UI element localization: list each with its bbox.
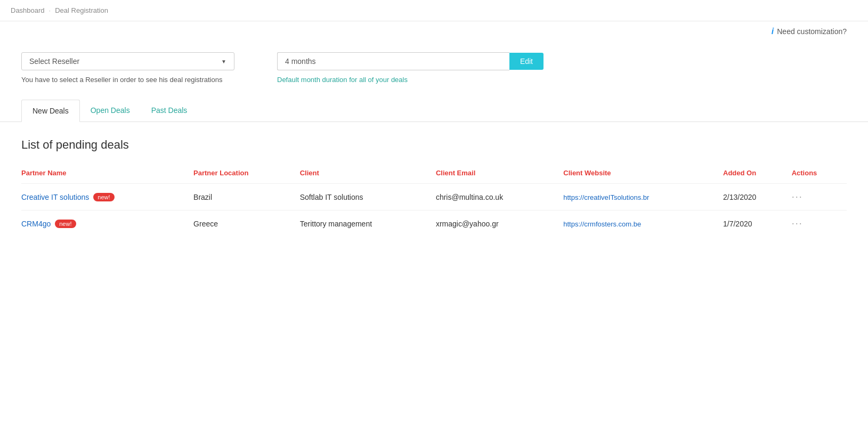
dropdown-arrow-icon: ▼	[221, 59, 226, 64]
col-client-email: Client Email	[436, 165, 563, 184]
col-client-website: Client Website	[563, 165, 723, 184]
table-header: Partner Name Partner Location Client Cli…	[21, 165, 847, 184]
table-row: CRM4go new! Greece Terittory management …	[21, 210, 847, 237]
cell-client-0: Softlab IT solutions	[300, 184, 436, 210]
col-added-on: Added On	[723, 165, 792, 184]
customization-text: i Need customization?	[772, 27, 847, 36]
partner-link-0[interactable]: Creative IT solutions	[21, 193, 89, 201]
partner-link-1[interactable]: CRM4go	[21, 220, 51, 228]
table-section: List of pending deals Partner Name Partn…	[0, 122, 868, 253]
tab-new-deals[interactable]: New Deals	[21, 100, 80, 122]
deals-table: Partner Name Partner Location Client Cli…	[21, 165, 847, 237]
cell-added-on-0: 2/13/2020	[723, 184, 792, 210]
info-icon: i	[772, 27, 774, 36]
months-hint: Default month duration for all of your d…	[277, 76, 543, 84]
table-body: Creative IT solutions new! Brazil Softla…	[21, 184, 847, 237]
col-partner-location: Partner Location	[193, 165, 300, 184]
website-link-1[interactable]: https://crmfosters.com.be	[563, 220, 641, 228]
cell-client-website-1: https://crmfosters.com.be	[563, 210, 723, 237]
tabs: New Deals Open Deals Past Deals	[21, 100, 847, 121]
actions-menu-0[interactable]: ···	[792, 191, 803, 202]
cell-client-email-0: chris@multina.co.uk	[436, 184, 563, 210]
tab-past-deals[interactable]: Past Deals	[141, 100, 198, 121]
reseller-hint: You have to select a Reseller in order t…	[21, 76, 234, 84]
tab-open-deals[interactable]: Open Deals	[80, 100, 141, 121]
table-title: List of pending deals	[21, 138, 847, 152]
new-badge-0: new!	[93, 193, 114, 201]
breadcrumb-separator: ·	[49, 6, 51, 14]
col-actions: Actions	[792, 165, 847, 184]
new-badge-1: new!	[55, 220, 76, 228]
months-control: Edit Default month duration for all of y…	[277, 52, 543, 84]
actions-menu-1[interactable]: ···	[792, 218, 803, 229]
cell-client-email-1: xrmagic@yahoo.gr	[436, 210, 563, 237]
breadcrumb-deal-registration[interactable]: Deal Registration	[55, 6, 108, 14]
cell-client-1: Terittory management	[300, 210, 436, 237]
reseller-control: Select Reseller ▼ You have to select a R…	[21, 52, 234, 84]
website-link-0[interactable]: https://creativeITsolutions.br	[563, 193, 649, 201]
cell-client-website-0: https://creativeITsolutions.br	[563, 184, 723, 210]
cell-partner-location-0: Brazil	[193, 184, 300, 210]
customization-label: Need customization?	[777, 27, 847, 36]
reseller-select-label: Select Reseller	[29, 57, 79, 66]
cell-partner-location-1: Greece	[193, 210, 300, 237]
tabs-section: New Deals Open Deals Past Deals	[0, 100, 868, 122]
table-row: Creative IT solutions new! Brazil Softla…	[21, 184, 847, 210]
edit-button[interactable]: Edit	[509, 53, 543, 70]
months-row: Edit	[277, 52, 543, 70]
cell-actions-1[interactable]: ···	[792, 210, 847, 237]
cell-partner-name-1: CRM4go new!	[21, 210, 193, 237]
col-client: Client	[300, 165, 436, 184]
breadcrumb: Dashboard · Deal Registration	[0, 0, 868, 21]
col-partner-name: Partner Name	[21, 165, 193, 184]
customization-bar: i Need customization?	[0, 21, 868, 47]
breadcrumb-dashboard[interactable]: Dashboard	[11, 6, 45, 14]
cell-actions-0[interactable]: ···	[792, 184, 847, 210]
cell-partner-name-0: Creative IT solutions new!	[21, 184, 193, 210]
reseller-select[interactable]: Select Reseller ▼	[21, 52, 234, 70]
cell-added-on-1: 1/7/2020	[723, 210, 792, 237]
controls-row: Select Reseller ▼ You have to select a R…	[0, 47, 868, 100]
months-input[interactable]	[277, 52, 509, 70]
